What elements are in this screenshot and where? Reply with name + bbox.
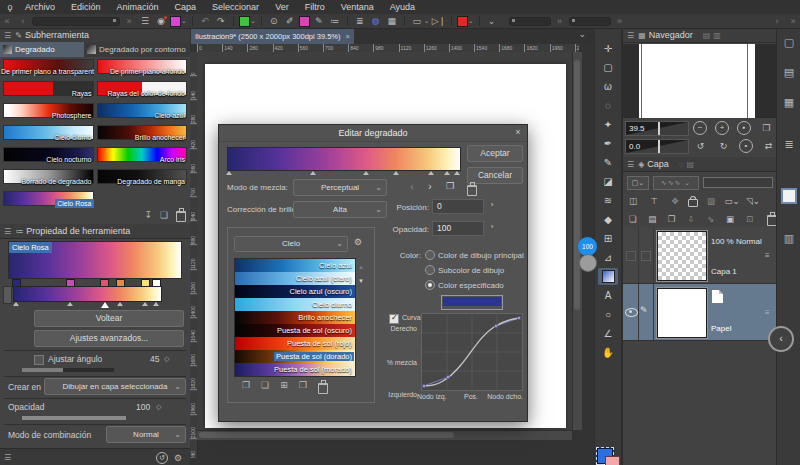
toolbar-scroll-right-icon[interactable]: › [770,15,784,28]
wrench-icon[interactable]: ⚙ [174,453,182,463]
quick-slider-1[interactable] [509,17,551,26]
panel-menu-icon[interactable]: ☰ [623,160,638,169]
gradient-node-block-icon[interactable] [3,286,12,304]
collapse-left-icon[interactable]: « [0,15,14,28]
list-down-icon[interactable]: ▼ [358,278,364,284]
gradient-list-item[interactable]: Puesta de sol (morado) [235,363,355,376]
blend-tool[interactable]: ≋ [598,192,618,209]
menu-animacion[interactable]: Animación [109,0,167,14]
angle-stepper-icon[interactable]: ◇ [164,355,169,363]
zoom-icon[interactable]: ⊙ [267,15,281,28]
layer-grip-icon[interactable]: ≡ [765,308,770,317]
dialog-close-icon[interactable]: × [513,127,523,137]
navigator-preview[interactable] [623,44,777,118]
panel-menu-icon[interactable]: ☰ [0,31,15,40]
specified-color-swatch[interactable] [441,295,503,310]
dock-quick-access-icon[interactable]: ▢ [781,34,797,50]
grid-icon[interactable]: ▦ [385,15,399,28]
pin-icon[interactable]: ⊤ [646,196,662,206]
delete-gradient-icon[interactable] [318,383,328,394]
panel-menu-icon[interactable]: ☰ [0,227,15,236]
apply-mask-icon[interactable]: ⊡ [742,214,757,224]
redo-icon[interactable]: ↷ [214,15,228,28]
next-node-icon[interactable]: › [423,181,437,192]
gradient-caret-icon[interactable] [454,171,460,175]
delete-node-icon[interactable] [467,185,477,196]
navigator-tab3-icon[interactable]: ▥ [713,31,721,40]
layer-tab2-icon[interactable]: ◌ [679,160,684,169]
eyedropper-tool[interactable]: ✒ [598,135,618,152]
dock-layer-icon[interactable]: ≣ [781,136,797,152]
gradient-caret-icon[interactable] [13,302,19,306]
opacity-slider[interactable] [22,416,126,420]
gradient-tool[interactable] [598,268,618,285]
layer-tab3-icon[interactable]: ▤ [687,160,695,169]
blend-mode-dropdown[interactable]: Normal [106,426,186,443]
frame-border-tool[interactable]: ⊞ [598,230,618,247]
layer-row-capa1[interactable]: 100 % Normal Capa 1 ≡ [623,227,777,284]
magenta-swatch-icon[interactable] [170,16,181,27]
menu-archivo[interactable]: Archivo [17,0,63,14]
panel-menu-icon[interactable]: ☰ [623,31,638,40]
layer-name[interactable]: Capa 1 [711,267,737,276]
advanced-settings-button[interactable]: Ajustes avanzados... [34,330,184,347]
angle-slider[interactable] [22,368,114,372]
rotate-left-icon[interactable]: ↺ [693,141,708,151]
gradient-caret-icon[interactable] [393,171,399,175]
gradient-preset[interactable]: Photosphere [3,103,94,125]
gradient-caret-icon[interactable] [444,171,450,175]
horizontal-scrollbar-thumb[interactable] [199,432,454,438]
gradient-preset[interactable]: Cielo azul [97,103,188,125]
sphere-icon[interactable]: ◍ [369,15,383,28]
import-set-icon[interactable]: ❏ [261,380,269,394]
gradient-list-item[interactable]: Cielo diurno [235,298,355,311]
menu-ver[interactable]: Ver [267,0,297,14]
gradient-caret-icon[interactable] [363,171,369,175]
dock-subtool-icon[interactable]: ▤ [781,64,797,80]
gradient-list-item[interactable]: Puesta de sol (dorado) [235,350,355,363]
gradient-preset[interactable]: Cielo diurno [3,125,94,147]
text-tool[interactable]: A [598,287,618,304]
opacity-value[interactable]: 100 [136,402,150,412]
layer-mask-icon[interactable]: ▣ [722,214,737,224]
mix-curve-checkbox[interactable]: ✓ [389,314,399,324]
register-gradient-icon[interactable]: ❒ [443,181,457,191]
zoom-slider-field[interactable]: 39.5 [625,121,689,136]
panel-menu-icon[interactable]: ☰ [0,453,15,462]
green-swatch-icon[interactable] [239,16,250,27]
cancel-button[interactable]: Cancelar [467,167,523,184]
layer-thumbnail[interactable] [657,231,707,281]
position-field[interactable]: 0 [432,199,484,214]
flip-icon[interactable]: ▷❘ [432,15,446,28]
duplicate-subtool-icon[interactable]: ❏ [160,210,168,220]
dialog-gradient-preview[interactable] [227,147,461,171]
flip-button[interactable]: Voltear [34,310,184,327]
tab-degradado[interactable]: Degradado [0,42,87,57]
rotate-slider-field[interactable]: 0.0 [625,139,689,154]
menu-filtro[interactable]: Filtro [297,0,333,14]
specified-color-radio[interactable] [425,280,435,290]
lock-transparency-icon[interactable]: ▨ [703,196,719,206]
scroll-right-icon[interactable]: » [122,15,136,28]
gradient-preset[interactable]: Rayas del color de fondo [97,81,188,103]
puppet-icon[interactable]: ✥ [667,196,683,206]
gradient-preset[interactable]: Borrado de degradado [3,169,94,191]
gradient-preset[interactable]: Degradado de manga [97,169,188,191]
gradient-list-item[interactable]: Puesta de sol (rojo) [235,337,355,350]
document-close-icon[interactable]: × [346,29,350,44]
menu-seleccionar[interactable]: Seleccionar [204,0,267,14]
add-gradient-icon[interactable]: ⊞ [280,380,288,394]
eye-icon[interactable] [625,308,638,317]
new-tone-layer-icon[interactable]: ▤ [644,214,659,224]
toolbar-more-dropdown-icon[interactable]: ⌄ [485,15,499,28]
lock-layer-icon[interactable] [688,199,698,207]
angle-value[interactable]: 45 [150,354,159,364]
accept-button[interactable]: Aceptar [467,145,523,162]
mix-curve-graph[interactable] [421,313,523,391]
gradient-preset[interactable]: Cielo Rosa [3,191,94,213]
new-layer-icon[interactable]: ❏ [625,214,640,224]
red-swatch-dropdown-icon[interactable]: ⌄ [468,17,474,25]
horizontal-scrollbar[interactable] [197,430,572,440]
export-set-icon[interactable]: ❐ [242,380,250,394]
create-in-dropdown[interactable]: Dibujar en capa seleccionada [44,378,186,395]
